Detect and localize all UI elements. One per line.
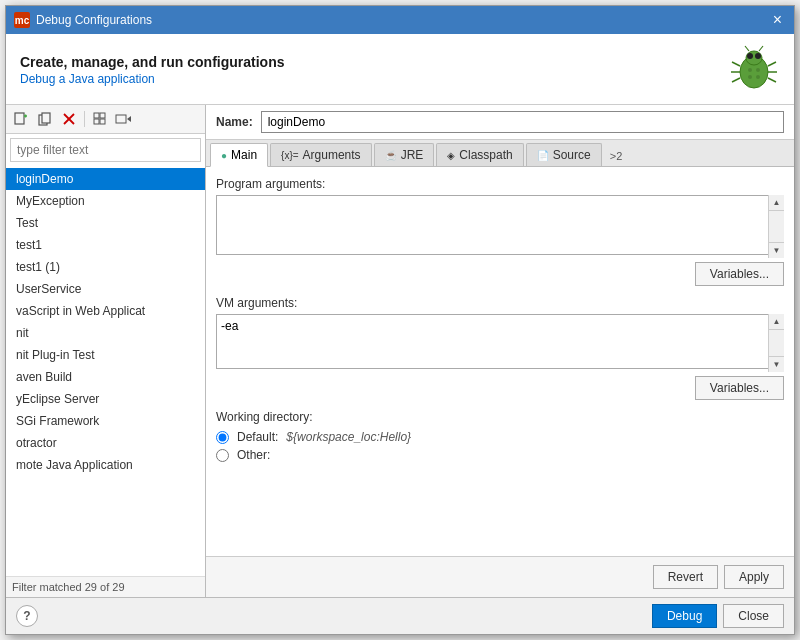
config-item-eclipse[interactable]: yEclipse Server	[6, 388, 205, 410]
vm-args-wrapper: -ea ▲ ▼	[216, 314, 784, 372]
default-dir-label: Default:	[237, 430, 278, 444]
tab-source[interactable]: 📄 Source	[526, 143, 602, 166]
vm-args-textarea[interactable]: -ea	[216, 314, 784, 369]
apply-button[interactable]: Apply	[724, 565, 784, 589]
config-item-logindemo[interactable]: loginDemo	[6, 168, 205, 190]
main-area: loginDemo MyException Test test1 test1 (…	[6, 105, 794, 597]
default-dir-radio[interactable]	[216, 431, 229, 444]
vm-args-label: VM arguments:	[216, 296, 784, 310]
header-title: Create, manage, and run configurations	[20, 54, 285, 70]
tab-overflow[interactable]: >2	[604, 146, 629, 166]
help-button[interactable]: ?	[16, 605, 38, 627]
svg-marker-28	[127, 116, 131, 122]
working-dir-section: Working directory: Default: ${workspace_…	[216, 410, 784, 462]
filter-status: Filter matched 29 of 29	[6, 576, 205, 597]
config-item-osgi[interactable]: SGi Framework	[6, 410, 205, 432]
source-tab-icon: 📄	[537, 150, 549, 161]
config-item-myexception[interactable]: MyException	[6, 190, 205, 212]
svg-rect-24	[100, 113, 105, 118]
delete-config-button[interactable]	[58, 108, 80, 130]
svg-line-14	[745, 46, 749, 51]
config-item-userservice[interactable]: UserService	[6, 278, 205, 300]
program-args-label: Program arguments:	[216, 177, 784, 191]
svg-line-4	[732, 62, 740, 66]
program-args-variables-button[interactable]: Variables...	[695, 262, 784, 286]
svg-point-10	[748, 68, 752, 72]
tab-arguments[interactable]: {x}= Arguments	[270, 143, 372, 166]
name-input[interactable]	[261, 111, 784, 133]
config-item-nit[interactable]: nit	[6, 322, 205, 344]
default-dir-row: Default: ${workspace_loc:Hello}	[216, 430, 784, 444]
config-item-maven[interactable]: aven Build	[6, 366, 205, 388]
svg-rect-20	[42, 113, 50, 123]
svg-line-6	[732, 78, 740, 82]
header-text: Create, manage, and run configurations D…	[20, 54, 285, 86]
new-config-button[interactable]	[10, 108, 32, 130]
title-bar: mc Debug Configurations ×	[6, 6, 794, 34]
app-icon: mc	[14, 12, 30, 28]
svg-point-12	[748, 75, 752, 79]
filter-input[interactable]	[10, 138, 201, 162]
action-bar: Revert Apply	[206, 556, 794, 597]
tab-main[interactable]: ● Main	[210, 143, 268, 167]
config-item-nit-plugin[interactable]: nit Plug-in Test	[6, 344, 205, 366]
config-item-test[interactable]: Test	[6, 212, 205, 234]
program-args-variables-row: Variables...	[216, 262, 784, 286]
right-panel: Name: ● Main {x}= Arguments ☕ JRE ◈	[206, 105, 794, 597]
classpath-tab-icon: ◈	[447, 150, 455, 161]
svg-rect-27	[116, 115, 126, 123]
vm-args-section: VM arguments: -ea ▲ ▼ Variables...	[216, 296, 784, 400]
vm-scroll-up-arrow[interactable]: ▲	[769, 314, 784, 330]
collapse-all-button[interactable]	[89, 108, 111, 130]
arguments-tab-icon: {x}=	[281, 150, 299, 161]
footer-buttons: Debug Close	[652, 604, 784, 628]
vm-scroll-track	[769, 330, 784, 356]
config-item-test1-1[interactable]: test1 (1)	[6, 256, 205, 278]
program-args-scrollbar: ▲ ▼	[768, 195, 784, 258]
jre-tab-label: JRE	[401, 148, 424, 162]
program-args-textarea[interactable]	[216, 195, 784, 255]
main-tab-label: Main	[231, 148, 257, 162]
svg-line-15	[759, 46, 763, 51]
svg-point-13	[756, 75, 760, 79]
config-item-remote[interactable]: mote Java Application	[6, 454, 205, 476]
vm-args-scrollbar: ▲ ▼	[768, 314, 784, 372]
classpath-tab-label: Classpath	[459, 148, 512, 162]
name-label: Name:	[216, 115, 253, 129]
vm-args-variables-button[interactable]: Variables...	[695, 376, 784, 400]
source-tab-label: Source	[553, 148, 591, 162]
working-dir-label: Working directory:	[216, 410, 784, 424]
close-button[interactable]: Close	[723, 604, 784, 628]
copy-config-button[interactable]	[34, 108, 56, 130]
config-item-vascript[interactable]: vaScript in Web Applicat	[6, 300, 205, 322]
revert-button[interactable]: Revert	[653, 565, 718, 589]
config-item-protractor[interactable]: otractor	[6, 432, 205, 454]
vm-scroll-down-arrow[interactable]: ▼	[769, 356, 784, 372]
dialog-footer: ? Debug Close	[6, 597, 794, 634]
expand-dropdown-button[interactable]	[113, 108, 135, 130]
tab-content-arguments: Program arguments: ▲ ▼ Variables...	[206, 167, 794, 556]
svg-rect-16	[15, 113, 24, 124]
toolbar-separator	[84, 111, 85, 127]
config-item-test1[interactable]: test1	[6, 234, 205, 256]
svg-rect-23	[94, 113, 99, 118]
svg-point-11	[756, 68, 760, 72]
svg-line-7	[768, 62, 776, 66]
scroll-up-arrow[interactable]: ▲	[769, 195, 784, 211]
svg-line-9	[768, 78, 776, 82]
other-dir-radio[interactable]	[216, 449, 229, 462]
other-dir-row: Other:	[216, 448, 784, 462]
close-icon[interactable]: ×	[769, 12, 786, 28]
dialog-title: Debug Configurations	[36, 13, 152, 27]
scroll-down-arrow[interactable]: ▼	[769, 242, 784, 258]
svg-point-2	[747, 53, 753, 59]
title-bar-left: mc Debug Configurations	[14, 12, 152, 28]
tab-jre[interactable]: ☕ JRE	[374, 143, 435, 166]
debug-button[interactable]: Debug	[652, 604, 717, 628]
debug-configurations-dialog: mc Debug Configurations × Create, manage…	[5, 5, 795, 635]
svg-point-3	[755, 53, 761, 59]
program-args-wrapper: ▲ ▼	[216, 195, 784, 258]
main-tab-icon: ●	[221, 150, 227, 161]
tab-classpath[interactable]: ◈ Classpath	[436, 143, 523, 166]
arguments-tab-label: Arguments	[303, 148, 361, 162]
